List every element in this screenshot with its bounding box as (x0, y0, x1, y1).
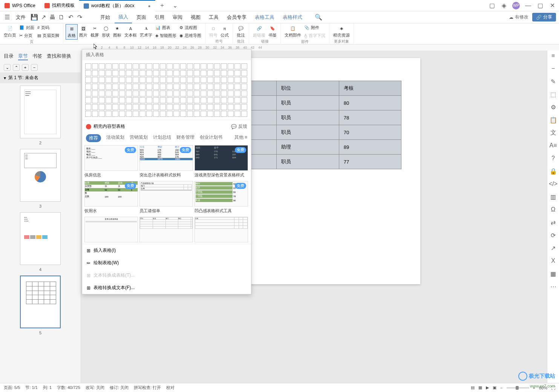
grid-cell[interactable] (187, 63, 193, 69)
grid-cell[interactable] (139, 77, 145, 83)
grid-cell[interactable] (153, 111, 159, 117)
grid-cell[interactable] (228, 104, 234, 110)
category-item[interactable]: 营销策划 (130, 134, 148, 142)
grid-cell[interactable] (194, 77, 200, 83)
grid-cell[interactable] (187, 104, 193, 110)
cube-icon[interactable]: ◈ (500, 2, 508, 9)
grid-cell[interactable] (173, 77, 179, 83)
category-item[interactable]: 活动策划 (106, 134, 124, 142)
grid-cell[interactable] (234, 97, 240, 103)
grid-cell[interactable] (214, 97, 220, 103)
grid-cell[interactable] (241, 111, 247, 117)
grid-cell[interactable] (173, 104, 179, 110)
grid-cell[interactable] (133, 77, 139, 83)
grid-cell[interactable] (139, 63, 145, 69)
grid-cell[interactable] (167, 97, 173, 103)
hyperlink-button[interactable]: 🔗超链接 (251, 24, 267, 39)
grid-cell[interactable] (180, 77, 186, 83)
grid-cell[interactable] (99, 77, 105, 83)
grid-cell[interactable] (133, 70, 139, 76)
grid-cell[interactable] (221, 97, 227, 103)
category-item[interactable]: 计划总结 (153, 134, 171, 142)
collapse-button[interactable]: ⌄ (4, 64, 11, 71)
grid-cell[interactable] (133, 84, 139, 90)
grid-cell[interactable] (106, 97, 112, 103)
omega-icon[interactable]: Ω (550, 206, 557, 213)
category-item[interactable]: 财务管理 (176, 134, 195, 142)
grid-cell[interactable] (234, 104, 240, 110)
grid-cell[interactable] (187, 77, 193, 83)
grid-cell[interactable] (160, 77, 166, 83)
grid-cell[interactable] (241, 90, 247, 96)
maximize-button[interactable]: ▢ (536, 2, 544, 9)
grid-cell[interactable] (112, 111, 118, 117)
compare-icon[interactable]: ⇄ (550, 219, 557, 226)
cover-button[interactable]: 📘封面 (18, 24, 36, 31)
grid-cell[interactable] (207, 111, 213, 117)
grid-cell[interactable] (119, 70, 125, 76)
grid-cell[interactable] (234, 77, 240, 83)
grid-cell[interactable] (153, 63, 159, 69)
proof-indicator[interactable]: 校对 (166, 385, 175, 390)
grid-cell[interactable] (160, 104, 166, 110)
lock-icon[interactable]: 🔒 (550, 167, 557, 175)
grid-cell[interactable] (119, 84, 125, 90)
grid-cell[interactable] (85, 63, 91, 69)
zoom-slider[interactable] (507, 387, 529, 389)
grid-cell[interactable] (167, 77, 173, 83)
add-tab-button[interactable]: ＋ (155, 2, 169, 9)
docer-resource-button[interactable]: ◈稻壳资源 (332, 24, 351, 39)
grid-cell[interactable] (214, 90, 220, 96)
grid-cell[interactable] (221, 111, 227, 117)
smart-graphic-button[interactable]: ◈智能图形 (154, 32, 178, 39)
grid-cell[interactable] (228, 70, 234, 76)
template-item[interactable]: 免费 桃碗梨子 797775516 289641237 545171604 游戏… (195, 145, 248, 179)
grid-cell[interactable] (160, 63, 166, 69)
category-other[interactable]: 其他 ≡ (234, 134, 247, 142)
grid-cell[interactable] (214, 111, 220, 117)
grid-cell[interactable] (146, 70, 152, 76)
column-indicator[interactable]: 列: 1 (43, 385, 52, 390)
grid-cell[interactable] (201, 84, 207, 90)
grid-cell[interactable] (146, 90, 152, 96)
tab-member[interactable]: 会员专享 (223, 11, 250, 23)
minimize-button[interactable]: — (524, 2, 532, 9)
header-footer-button[interactable]: ▤页眉页脚 (36, 32, 61, 39)
insert-table-action[interactable]: ⊞插入表格(I) (82, 244, 251, 257)
grid-cell[interactable] (207, 84, 213, 90)
grid-cell[interactable] (119, 111, 125, 117)
grid-cell[interactable] (146, 63, 152, 69)
grid-cell[interactable] (228, 84, 234, 90)
grid-cell[interactable] (221, 70, 227, 76)
template-item[interactable]: 竞争分析表单表 (84, 217, 138, 242)
grid-cell[interactable] (139, 84, 145, 90)
feedback-button[interactable]: 💬反馈 (231, 123, 247, 130)
grid-cell[interactable] (228, 77, 234, 83)
grid-cell[interactable] (207, 70, 213, 76)
page-thumbnail-2[interactable]: ━━━━━━━━━━━━━━━━━━━ (20, 86, 61, 138)
grid-cell[interactable] (160, 70, 166, 76)
grid-cell[interactable] (146, 104, 152, 110)
grid-cell[interactable] (207, 77, 213, 83)
code-icon[interactable]: </> (550, 180, 557, 188)
grid-cell[interactable] (207, 104, 213, 110)
grid-cell[interactable] (139, 70, 145, 76)
save-icon[interactable]: 💾 (30, 13, 38, 21)
grid-cell[interactable] (160, 84, 166, 90)
nav-tab-find[interactable]: 查找和替换 (47, 53, 71, 60)
grid-cell[interactable] (228, 97, 234, 103)
grid-cell[interactable] (241, 77, 247, 83)
grid-cell[interactable] (139, 104, 145, 110)
grid-cell[interactable] (180, 70, 186, 76)
grid-cell[interactable] (119, 77, 125, 83)
grid-cell[interactable] (106, 70, 112, 76)
search-icon[interactable]: 🔍 (314, 13, 323, 21)
history-icon[interactable]: ⟳ (550, 231, 557, 239)
grid-cell[interactable] (221, 77, 227, 83)
template-item[interactable]: 免费 可乐雪碧橙汁 555178182 303432522 414163364 … (139, 145, 193, 179)
view-mode-icon[interactable]: ▤ (471, 385, 475, 390)
grid-cell[interactable] (139, 90, 145, 96)
grid-cell[interactable] (119, 63, 125, 69)
grid-cell[interactable] (167, 63, 173, 69)
grid-cell[interactable] (173, 97, 179, 103)
